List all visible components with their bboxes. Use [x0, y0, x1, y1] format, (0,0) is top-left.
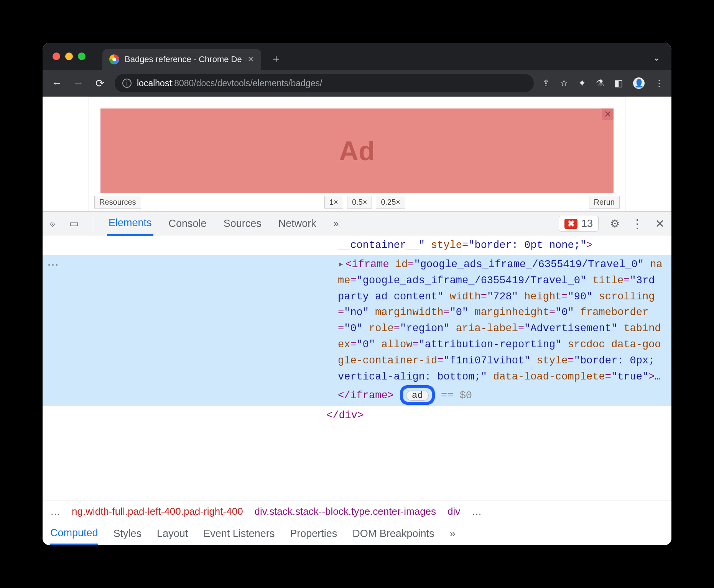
ad-badge-highlight: ad	[400, 385, 435, 405]
tabs-dropdown-icon[interactable]: ⌄	[653, 53, 660, 63]
devtools-panel: ⟐ ▭ Elements Console Sources Network » ✖…	[43, 212, 671, 545]
selection-actions-icon[interactable]: ⋯	[47, 258, 59, 271]
settings-icon[interactable]: ⚙	[610, 217, 620, 230]
tab-elements[interactable]: Elements	[107, 212, 153, 236]
rerun-button[interactable]: Rerun	[589, 196, 620, 209]
resources-button[interactable]: Resources	[94, 196, 141, 209]
devtools-menu-icon[interactable]: ⋮	[631, 217, 643, 231]
tab-dom-breakpoints[interactable]: DOM Breakpoints	[352, 528, 434, 540]
new-tab-button[interactable]: ＋	[270, 51, 282, 67]
tabs-overflow-icon[interactable]: »	[332, 212, 341, 235]
url-path: /docs/devtools/elements/badges/	[194, 78, 322, 88]
close-devtools-icon[interactable]: ✕	[655, 217, 665, 230]
dom-attr-val: "border: 0pt none;"	[468, 240, 586, 251]
crumb-overflow-left[interactable]: …	[50, 506, 60, 517]
labs-icon[interactable]: ⚗	[596, 78, 604, 89]
browser-tab[interactable]: Badges reference - Chrome De ✕	[102, 49, 261, 70]
error-badge-icon: ✖	[564, 219, 577, 229]
menu-icon[interactable]: ⋮	[655, 78, 664, 89]
ad-banner[interactable]: Ad ✕	[100, 108, 614, 193]
tab-console[interactable]: Console	[167, 212, 208, 235]
tab-title: Badges reference - Chrome De	[125, 54, 242, 64]
address-bar[interactable]: i localhost:8080/docs/devtools/elements/…	[115, 74, 534, 92]
close-window-icon[interactable]	[53, 53, 60, 60]
minimize-window-icon[interactable]	[65, 53, 73, 60]
expand-triangle-icon[interactable]: ▸	[338, 259, 344, 270]
window-controls	[53, 53, 86, 60]
inspect-element-icon[interactable]: ⟐	[49, 218, 56, 230]
maximize-window-icon[interactable]	[78, 53, 86, 60]
tab-properties[interactable]: Properties	[290, 528, 337, 540]
dom-close-div: </div>	[326, 410, 364, 421]
crumb-1[interactable]: ng.width-full.pad-left-400.pad-right-400	[72, 506, 243, 517]
selected-dom-node[interactable]: ▸<iframe id="google_ads_iframe_/6355419/…	[330, 255, 671, 406]
zoom-1x-button[interactable]: 1×	[324, 196, 343, 209]
ad-badge[interactable]: ad	[406, 391, 429, 401]
tab-sources[interactable]: Sources	[222, 212, 263, 235]
tab-strip: Badges reference - Chrome De ✕ ＋ ⌄	[43, 43, 671, 70]
dom-text: __container__"	[338, 240, 425, 251]
console-reference: == $0	[441, 390, 472, 401]
tab-layout[interactable]: Layout	[157, 528, 188, 540]
reload-button[interactable]: ⟳	[93, 77, 106, 90]
styles-tabs-overflow-icon[interactable]: »	[449, 528, 455, 540]
dom-attr: style	[431, 240, 462, 251]
url-host: localhost	[137, 78, 172, 88]
tab-styles[interactable]: Styles	[114, 528, 142, 540]
page-viewport: Ad ✕ Resources 1× 0.5× 0.25× Rerun	[43, 97, 671, 212]
share-icon[interactable]: ⇪	[542, 78, 550, 89]
bookmark-icon[interactable]: ☆	[560, 78, 568, 89]
error-count: 13	[581, 218, 593, 230]
forward-button: →	[72, 77, 85, 89]
crumb-overflow-right[interactable]: …	[472, 506, 482, 517]
back-button[interactable]: ←	[50, 77, 63, 89]
crumb-3[interactable]: div	[447, 506, 460, 517]
divider	[93, 216, 93, 232]
toolbar-actions: ⇪ ☆ ✦ ⚗ ◧ 👤 ⋮	[542, 77, 664, 89]
error-counter[interactable]: ✖ 13	[559, 216, 599, 232]
crumb-2[interactable]: div.stack.stack--block.type.center-image…	[255, 506, 436, 517]
tab-computed[interactable]: Computed	[50, 522, 98, 545]
site-info-icon[interactable]: i	[122, 79, 132, 88]
tab-network[interactable]: Network	[277, 212, 318, 235]
page-content: Ad ✕ Resources 1× 0.5× 0.25× Rerun	[89, 97, 625, 211]
ad-close-icon[interactable]: ✕	[602, 108, 614, 120]
extensions-icon[interactable]: ✦	[578, 78, 586, 89]
zoom-05x-button[interactable]: 0.5×	[347, 196, 372, 209]
zoom-025x-button[interactable]: 0.25×	[376, 196, 405, 209]
profile-avatar-icon[interactable]: 👤	[633, 77, 645, 89]
devtools-tabs: ⟐ ▭ Elements Console Sources Network » ✖…	[43, 212, 671, 236]
chrome-favicon-icon	[109, 54, 119, 64]
dom-tree[interactable]: __container__" style="border: 0pt none;"…	[43, 236, 671, 501]
browser-toolbar: ← → ⟳ i localhost:8080/docs/devtools/ele…	[43, 70, 671, 97]
browser-window: Badges reference - Chrome De ✕ ＋ ⌄ ← → ⟳…	[43, 43, 671, 545]
side-panel-icon[interactable]: ◧	[614, 78, 623, 89]
dom-breadcrumbs[interactable]: … ng.width-full.pad-left-400.pad-right-4…	[43, 501, 671, 522]
styles-panel-tabs: Computed Styles Layout Event Listeners P…	[43, 522, 671, 545]
demo-footer: Resources 1× 0.5× 0.25× Rerun	[89, 193, 625, 211]
tab-event-listeners[interactable]: Event Listeners	[203, 528, 275, 540]
url-port: :8080	[172, 78, 194, 88]
device-toggle-icon[interactable]: ▭	[69, 218, 79, 230]
close-tab-icon[interactable]: ✕	[247, 54, 254, 64]
ad-label: Ad	[339, 136, 375, 166]
